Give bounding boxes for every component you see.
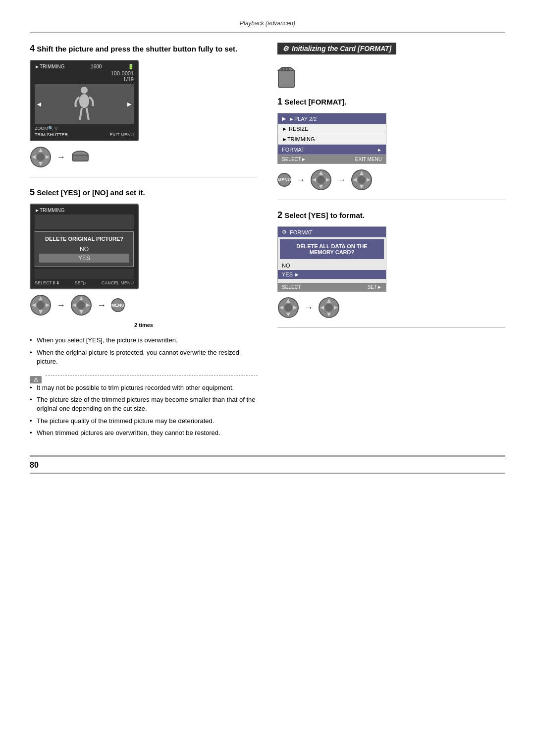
step2-section: 2 Select [YES] to format. ⚙ FORMAT DELET… — [277, 209, 505, 319]
svg-point-34 — [358, 176, 366, 184]
step5-heading: 5 Select [YES] or [NO] and set it. — [30, 186, 258, 199]
section-title: ⚙ Initializing the Card [FORMAT] — [277, 43, 396, 54]
step1-screen-wrapper: ▶ ►PLAY 2/2 ► RESIZE ►TRIMMING FORMAT ► — [277, 113, 505, 164]
section-title-wrapper: ⚙ Initializing the Card [FORMAT] — [277, 43, 505, 60]
menu-header: ▶ ►PLAY 2/2 — [278, 113, 386, 124]
svg-point-11 — [37, 301, 45, 309]
svg-rect-26 — [287, 67, 289, 71]
step5-screen-wrapper: ►TRIMMING DELETE ORIGINAL PICTURE? NO YE… — [30, 204, 258, 289]
note-1: When you select [YES], the picture is ov… — [30, 336, 258, 345]
format-dialog: DELETE ALL DATA ON THE MEMORY CARD? — [280, 239, 384, 259]
screen-counter: 100-0001 1/19 — [35, 70, 134, 82]
svg-rect-22 — [278, 70, 294, 87]
format-icon-symbol: ⚙ — [282, 45, 289, 53]
screen-top-bar: ►TRIMMING 1600 🔋 — [35, 64, 134, 69]
arrow2: → — [56, 300, 65, 311]
svg-rect-25 — [284, 67, 286, 71]
page-number: 80 — [30, 455, 505, 470]
trimming-label: ►TRIMMING — [35, 64, 64, 69]
step1-heading: 1 Select [FORMAT]. — [277, 96, 505, 108]
screen-bottom-bar2: TRIM:SHUTTER EXIT MENU — [35, 132, 134, 137]
format-screen: ⚙ FORMAT DELETE ALL DATA ON THE MEMORY C… — [277, 226, 386, 292]
trim-shutter-label: TRIM:SHUTTER — [35, 132, 68, 137]
dpad-button5[interactable] — [351, 169, 373, 191]
dpad-button6[interactable] — [277, 297, 299, 319]
sd-card-icon-wrapper — [277, 66, 505, 90]
menu-item-trimming: ►TRIMMING — [278, 134, 386, 145]
sd-card-icon — [277, 66, 295, 88]
step1-nav-row: MENU → → — [277, 169, 505, 191]
format-yes: YES ► — [278, 270, 386, 279]
info-note-2: The picture size of the trimmed pictures… — [30, 395, 258, 413]
svg-point-28 — [317, 176, 325, 184]
section-divider-2 — [277, 200, 505, 200]
delete-bottom-bar: SELECT⬆⬇ SET▷ CANCEL MENU — [35, 280, 134, 285]
menu-label2: MENU — [278, 177, 291, 182]
section-divider-1 — [30, 177, 258, 177]
menu-button[interactable]: MENU — [111, 298, 125, 312]
svg-rect-24 — [281, 67, 283, 71]
info-dashes — [46, 375, 258, 378]
dpad-button2[interactable] — [30, 294, 52, 316]
select-label: SELECT⬆⬇ — [35, 280, 60, 285]
format-set: SET► — [368, 284, 382, 290]
option-yes: YES — [39, 254, 129, 263]
yes-arrow: ► — [294, 271, 300, 277]
page-container: Playback (advanced) 4 Shift the picture … — [0, 0, 535, 756]
info-note-1: It may not be possible to trim pictures … — [30, 383, 258, 392]
format-icon2: ⚙ — [282, 229, 287, 235]
note-2: When the original picture is protected, … — [30, 348, 258, 366]
bottom-line — [30, 473, 505, 474]
format-arrow: ► — [377, 147, 382, 153]
option-no: NO — [39, 245, 129, 254]
step1-section: 1 Select [FORMAT]. ▶ ►PLAY 2/2 ► RESIZE — [277, 96, 505, 191]
svg-point-46 — [325, 304, 333, 312]
dpad-button4[interactable] — [310, 169, 332, 191]
arrow3: → — [97, 300, 106, 311]
cancel-label: CANCEL MENU — [102, 280, 134, 285]
zoom-label: ZOOM🔍 ▽ — [35, 126, 58, 131]
section-divider-3 — [277, 327, 505, 328]
right-column: ⚙ Initializing the Card [FORMAT] 1 — [277, 43, 505, 440]
arrow4: → — [296, 175, 305, 185]
left-column: 4 Shift the picture and press the shutte… — [30, 43, 258, 440]
arrow6: → — [304, 303, 313, 313]
arrow5: → — [337, 175, 346, 185]
delete-title: DELETE ORIGINAL PICTURE? — [39, 236, 129, 242]
set-label: SET▷ — [75, 280, 87, 285]
bg-image2 — [35, 269, 134, 279]
step5-notes: When you select [YES], the picture is ov… — [30, 336, 258, 366]
info-icon: ⚠ — [30, 376, 42, 383]
svg-point-1 — [79, 94, 89, 108]
menu-item-format: FORMAT ► — [278, 145, 386, 155]
top-border — [30, 32, 505, 33]
dpad-button[interactable] — [30, 146, 52, 168]
svg-rect-9 — [72, 155, 88, 161]
step5-nav-row: → → MENU — [30, 294, 258, 316]
main-columns: 4 Shift the picture and press the shutte… — [30, 43, 505, 440]
left-arrow-indicator: ◄ — [36, 100, 43, 108]
screen-image-area: ◄ ► — [35, 84, 134, 124]
menu-circle[interactable]: MENU — [277, 173, 291, 187]
dpad-button3[interactable] — [70, 294, 92, 316]
format-footer: SELECT SET► — [278, 283, 386, 291]
person-silhouette — [72, 86, 97, 122]
menu-item-resize: ► RESIZE — [278, 124, 386, 134]
bg-image — [35, 215, 134, 229]
menu-screen: ▶ ►PLAY 2/2 ► RESIZE ►TRIMMING FORMAT ► — [277, 113, 386, 164]
format-header: ⚙ FORMAT — [278, 227, 386, 237]
dpad-button7[interactable] — [318, 297, 340, 319]
step4-nav-row: → — [30, 146, 258, 168]
right-arrow-indicator: ► — [126, 100, 133, 108]
menu-label: MENU — [111, 303, 125, 308]
play-icon: ▶ — [282, 115, 286, 122]
shutter-button[interactable] — [70, 150, 90, 164]
step4-screen-wrapper: ►TRIMMING 1600 🔋 100-0001 1/19 — [30, 60, 258, 141]
step5-section: 5 Select [YES] or [NO] and set it. ►TRIM… — [30, 186, 258, 437]
right-arrow: → — [56, 152, 65, 162]
info-notes: It may not be possible to trim pictures … — [30, 383, 258, 437]
delete-top-bar: ►TRIMMING — [35, 208, 134, 213]
format-select: SELECT — [282, 284, 301, 290]
times-label: 2 times — [30, 322, 258, 328]
format-no: NO — [278, 261, 386, 270]
